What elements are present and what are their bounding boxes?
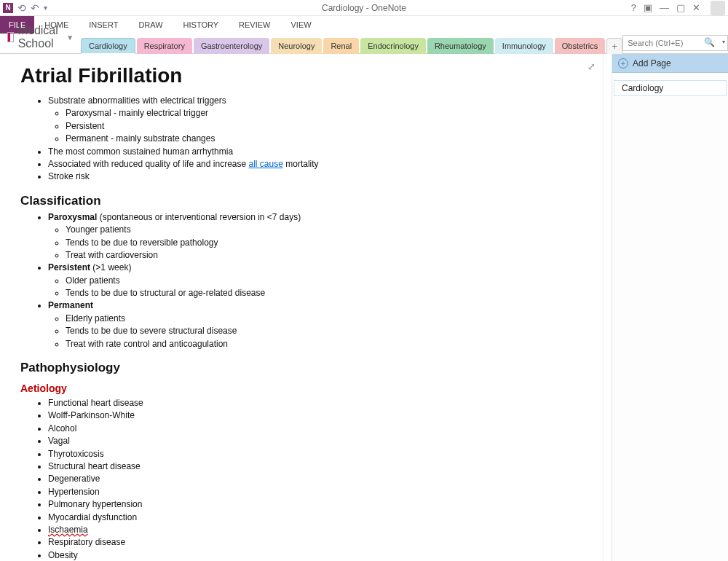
- plus-icon: +: [618, 58, 628, 68]
- chevron-down-icon: ▼: [66, 34, 74, 42]
- list-item[interactable]: Permanent - mainly substrate changes: [66, 133, 582, 145]
- list-item[interactable]: Permanent Elderly patients Tends to be d…: [48, 299, 582, 350]
- ribbon-tab-draw[interactable]: DRAW: [128, 16, 173, 34]
- ribbon-display-icon[interactable]: ▣: [644, 2, 652, 13]
- search-input[interactable]: [622, 35, 728, 51]
- heading-pathophysiology[interactable]: Pathophysiology: [20, 361, 582, 375]
- section-tab-gastroenterology[interactable]: Gastroenterology: [194, 38, 269, 54]
- page-title[interactable]: Atrial Fibrillation: [20, 64, 582, 87]
- hyperlink[interactable]: all cause: [249, 159, 283, 169]
- notebook-name: Medical School: [18, 24, 62, 50]
- section-tab-neurology[interactable]: Neurology: [271, 38, 322, 54]
- close-icon[interactable]: ✕: [692, 2, 700, 13]
- list-item[interactable]: Obesity: [48, 549, 582, 561]
- aetiology-list: Functional heart disease Wolff-Parkinson…: [20, 397, 582, 561]
- list-item[interactable]: Pulmonary hypertension: [48, 498, 582, 511]
- ribbon-tab-history[interactable]: HISTORY: [173, 16, 229, 34]
- list-item[interactable]: Thyrotoxicosis: [48, 448, 582, 460]
- add-section-button[interactable]: +: [606, 38, 622, 54]
- spelling-error[interactable]: Ischaemia: [48, 525, 88, 535]
- list-item[interactable]: Younger patients: [66, 224, 582, 236]
- list-item[interactable]: Substrate abnormalities with electrical …: [48, 95, 582, 146]
- add-page-label: Add Page: [633, 58, 671, 68]
- list-item[interactable]: Myocardial dysfunction: [48, 511, 582, 524]
- intro-list: Substrate abnormalities with electrical …: [20, 95, 582, 184]
- list-item[interactable]: Treat with rate control and anticoagulat…: [66, 338, 582, 350]
- list-item[interactable]: Vagal: [48, 435, 582, 447]
- list-item[interactable]: Respiratory disease: [48, 536, 582, 549]
- section-tab-rheumatology[interactable]: Rheumatology: [427, 38, 494, 54]
- search-scope-dropdown[interactable]: ▾: [722, 39, 725, 45]
- page-list: Cardiology: [612, 73, 728, 96]
- heading-classification[interactable]: Classification: [20, 194, 582, 208]
- list-item[interactable]: Elderly patients: [66, 313, 582, 325]
- list-item[interactable]: The most common sustained human arrhythm…: [48, 146, 582, 158]
- ribbon-tab-insert[interactable]: INSERT: [79, 16, 128, 34]
- ribbon-tab-review[interactable]: REVIEW: [229, 16, 280, 34]
- list-item[interactable]: Associated with reduced quality of life …: [48, 158, 582, 170]
- back-icon[interactable]: ⟲: [17, 2, 26, 14]
- section-tab-respiratory[interactable]: Respiratory: [137, 38, 192, 54]
- user-avatar[interactable]: [711, 1, 725, 15]
- list-item[interactable]: Persistent (>1 week) Older patients Tend…: [48, 262, 582, 299]
- list-item[interactable]: Stroke risk: [48, 170, 582, 183]
- onenote-app-icon: N: [3, 3, 13, 13]
- minimize-icon[interactable]: ―: [660, 2, 669, 13]
- list-item[interactable]: Ischaemia: [48, 524, 582, 536]
- section-tab-endocrinology[interactable]: Endocrinology: [360, 38, 426, 54]
- list-item[interactable]: Paroxysmal (spontaneous or interventiona…: [48, 211, 582, 262]
- section-tab-cardiology[interactable]: Cardiology: [81, 38, 135, 54]
- section-tab-immunology[interactable]: Immunology: [495, 38, 553, 54]
- page-list-item[interactable]: Cardiology: [614, 80, 727, 96]
- expand-page-icon[interactable]: ⤢: [587, 61, 596, 72]
- list-item[interactable]: Tends to be due to reversible pathology: [66, 237, 582, 249]
- page-scrollbar[interactable]: [603, 54, 612, 561]
- subheading-aetiology[interactable]: Aetiology: [20, 382, 582, 394]
- undo-icon[interactable]: ↶: [31, 2, 39, 14]
- qat-customize-icon[interactable]: ▾: [44, 4, 47, 12]
- ribbon-tab-view[interactable]: VIEW: [280, 16, 321, 34]
- window-title: Cardiology - OneNote: [0, 3, 728, 13]
- section-tab-renal[interactable]: Renal: [323, 38, 359, 54]
- help-icon[interactable]: ?: [631, 2, 636, 13]
- classification-list: Paroxysmal (spontaneous or interventiona…: [20, 211, 582, 350]
- section-tab-obstetrics[interactable]: Obstetrics: [555, 38, 606, 54]
- maximize-icon[interactable]: ▢: [676, 2, 685, 13]
- list-item[interactable]: Alcohol: [48, 423, 582, 435]
- list-item[interactable]: Degenerative: [48, 473, 582, 485]
- notebook-selector[interactable]: Medical School ▼: [6, 24, 81, 53]
- list-item[interactable]: Tends to be due to structural or age-rel…: [66, 287, 582, 299]
- list-item[interactable]: Paroxysmal - mainly electrical trigger: [66, 107, 582, 119]
- list-item[interactable]: Functional heart disease: [48, 397, 582, 409]
- note-canvas[interactable]: ⤢ Atrial Fibrillation Substrate abnormal…: [0, 54, 603, 561]
- list-item[interactable]: Structural heart disease: [48, 460, 582, 473]
- list-item[interactable]: Treat with cardioversion: [66, 249, 582, 262]
- list-item[interactable]: Older patients: [66, 275, 582, 287]
- list-item[interactable]: Wolff-Parkinson-White: [48, 409, 582, 422]
- add-page-button[interactable]: + Add Page: [612, 54, 728, 73]
- list-item[interactable]: Hypertension: [48, 486, 582, 498]
- notebook-icon: [7, 32, 14, 42]
- list-item[interactable]: Persistent: [66, 120, 582, 133]
- list-item[interactable]: Tends to be due to severe structural dis…: [66, 325, 582, 337]
